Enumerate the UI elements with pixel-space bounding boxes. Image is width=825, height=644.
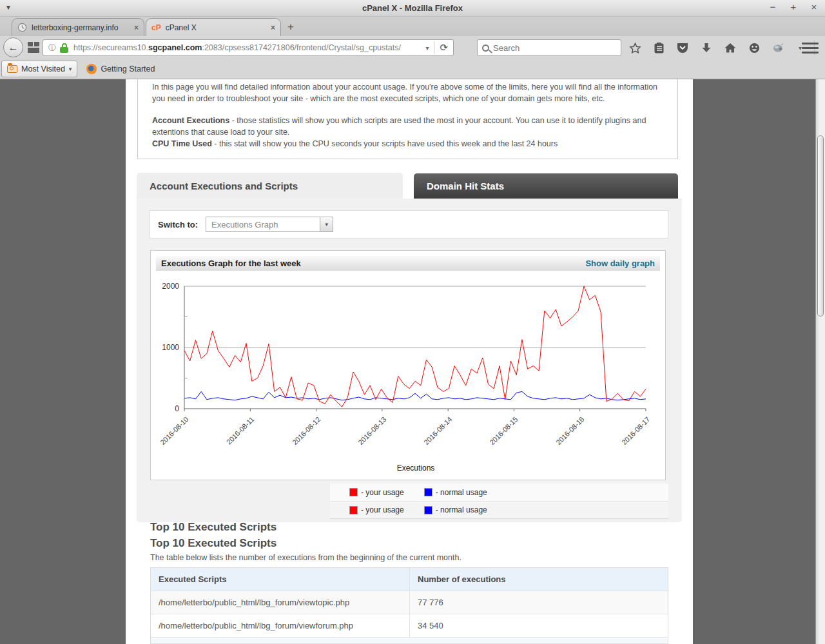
- legend-swatch-red: [349, 488, 358, 496]
- x-axis-tick-label: 2016-08-15: [478, 415, 519, 457]
- chart-canvas: [183, 284, 648, 413]
- legend-swatch-blue: [424, 506, 432, 514]
- graph-type-select[interactable]: Executions Graph ▼: [206, 217, 333, 232]
- x-axis-tick-label: 2016-08-17: [609, 415, 651, 457]
- smiley-addon-icon[interactable]: [746, 39, 762, 56]
- y-axis-tick-label: 0: [152, 404, 179, 413]
- x-axis-tick-label: 2016-08-14: [412, 415, 454, 457]
- legend-label: - normal usage: [436, 505, 487, 514]
- most-visited-button[interactable]: Most Visited ▾: [1, 61, 77, 77]
- legend-row: - your usage - normal usage: [330, 501, 668, 518]
- folder-icon: [7, 65, 17, 73]
- top10-heading: Top 10 Executed Scripts: [150, 537, 277, 550]
- firefox-icon: [86, 64, 97, 74]
- browser-tabbar: letterboxing-germany.info × cP cPanel X …: [0, 17, 825, 36]
- intro-box: In this page you will find detailed info…: [137, 79, 678, 159]
- table-row-partial: [151, 637, 668, 643]
- switch-label: Switch to:: [158, 220, 198, 229]
- minimize-button[interactable]: −: [767, 1, 779, 12]
- table-caption: The table below lists the number of exec…: [150, 553, 461, 562]
- page-info-icon[interactable]: ⓘ: [48, 43, 56, 54]
- tab-domain-hit-stats[interactable]: Domain Hit Stats: [414, 173, 678, 199]
- bookmarks-bar: Most Visited ▾ Getting Started: [0, 59, 825, 79]
- show-daily-graph-link[interactable]: Show daily graph: [585, 259, 660, 268]
- scrollbar-thumb[interactable]: [817, 135, 824, 317]
- y-axis-tick-label: 1000: [152, 343, 179, 352]
- executions-panel: Switch to: Executions Graph ▼ Executions…: [137, 199, 682, 522]
- browser-window: ▼ cPanel X - Mozilla Firefox − + × lette…: [0, 0, 825, 644]
- y-axis-tick-label: 2000: [152, 282, 179, 291]
- graph-header: Executions Graph for the last week Show …: [156, 256, 660, 271]
- new-tab-button[interactable]: +: [287, 21, 294, 34]
- grid-icon[interactable]: [28, 42, 40, 53]
- x-axis-tick-label: 2016-08-10: [148, 415, 189, 457]
- x-axis-tick-label: 2016-08-16: [543, 415, 585, 457]
- legend-row: - your usage - normal usage: [330, 483, 668, 501]
- column-header: Number of executions: [410, 568, 668, 590]
- tab-title: cPanel X: [166, 23, 266, 32]
- x-axis-tick-label: 2016-08-13: [345, 415, 387, 457]
- x-axis-tick-label: 2016-08-11: [214, 415, 256, 457]
- switch-box: Switch to: Executions Graph ▼: [150, 210, 668, 239]
- x-axis-label: Executions: [183, 463, 648, 473]
- intro-paragraph: In this page you will find detailed info…: [152, 81, 663, 104]
- tab-close-icon[interactable]: ×: [134, 23, 139, 32]
- downloads-icon[interactable]: [698, 39, 715, 56]
- select-dropdown-icon: ▼: [320, 217, 333, 231]
- home-icon[interactable]: [722, 39, 739, 56]
- search-input[interactable]: [493, 43, 621, 53]
- search-icon: [482, 44, 489, 52]
- back-button[interactable]: ←: [3, 37, 23, 57]
- table-row: /home/letterbo/public_html/lbg_forum/vie…: [151, 614, 668, 637]
- script-cell: /home/letterbo/public_html/lbg_forum/vie…: [151, 614, 410, 637]
- reload-icon[interactable]: ⟳: [434, 42, 453, 54]
- tab-title: letterboxing-germany.info: [32, 23, 130, 32]
- x-axis-tick-label: 2016-08-12: [280, 415, 322, 457]
- legend-label: - your usage: [361, 505, 404, 514]
- close-button[interactable]: ×: [808, 1, 820, 12]
- script-cell: /home/letterbo/public_html/lbg_forum/vie…: [151, 591, 410, 614]
- tab-cpanel[interactable]: cP cPanel X ×: [146, 18, 281, 36]
- table-row: /home/letterbo/public_html/lbg_forum/vie…: [151, 590, 668, 614]
- legend-swatch-blue: [424, 488, 432, 496]
- page-viewport: In this page you will find detailed info…: [0, 79, 825, 644]
- legend-label: - normal usage: [436, 488, 487, 497]
- intro-paragraph: CPU Time Used - this stat will show you …: [152, 138, 663, 150]
- table-header-row: Executed Scripts Number of executions: [151, 568, 668, 590]
- intro-paragraph: Account Executions - those statistics wi…: [152, 115, 663, 138]
- column-header: Executed Scripts: [151, 568, 410, 590]
- graph-title: Executions Graph for the last week: [156, 259, 585, 268]
- legend-swatch-red: [349, 506, 358, 514]
- tab-letterboxing[interactable]: letterboxing-germany.info ×: [12, 18, 144, 36]
- browser-titlebar: ▼ cPanel X - Mozilla Firefox − + ×: [0, 0, 825, 17]
- maximize-button[interactable]: +: [788, 1, 799, 12]
- executed-scripts-table: Executed Scripts Number of executions /h…: [150, 567, 668, 644]
- chart-legend: - your usage - normal usage - your usage…: [330, 483, 668, 519]
- bookmarks-list-icon[interactable]: [650, 39, 667, 56]
- count-cell: 77 776: [410, 591, 668, 614]
- tab-close-icon[interactable]: ×: [271, 23, 275, 32]
- bookmark-star-icon[interactable]: [626, 39, 643, 56]
- lock-icon[interactable]: [60, 43, 68, 53]
- chevron-down-icon: ▾: [69, 66, 72, 72]
- clock-favicon-icon: [17, 23, 27, 32]
- page-content: In this page you will find detailed info…: [126, 79, 693, 644]
- getting-started-bookmark[interactable]: Getting Started: [86, 64, 155, 74]
- graph-box: Executions Graph for the last week Show …: [150, 250, 666, 480]
- browser-navbar: ← ⓘ https://secureams10.sgcpanel.com:208…: [0, 36, 825, 59]
- search-box[interactable]: [477, 39, 621, 56]
- vertical-scrollbar[interactable]: [815, 79, 825, 644]
- extension-icon[interactable]: [770, 39, 786, 56]
- count-cell: 34 540: [410, 614, 668, 637]
- url-dropdown-icon[interactable]: ▾: [420, 44, 434, 52]
- url-bar[interactable]: ⓘ https://secureams10.sgcpanel.com:2083/…: [43, 39, 454, 56]
- legend-label: - your usage: [361, 488, 404, 497]
- window-title: cPanel X - Mozilla Firefox: [0, 3, 825, 13]
- pocket-icon[interactable]: [674, 39, 691, 56]
- menu-icon[interactable]: [802, 40, 819, 55]
- tab-account-executions[interactable]: Account Executions and Scripts: [137, 173, 403, 199]
- cpanel-favicon-icon: cP: [151, 23, 161, 32]
- top10-heading: Top 10 Executed Scripts: [150, 521, 277, 534]
- url-text[interactable]: https://secureams10.sgcpanel.com:2083/cp…: [73, 43, 420, 52]
- executions-chart: 010002000 2016-08-102016-08-112016-08-12…: [151, 270, 665, 480]
